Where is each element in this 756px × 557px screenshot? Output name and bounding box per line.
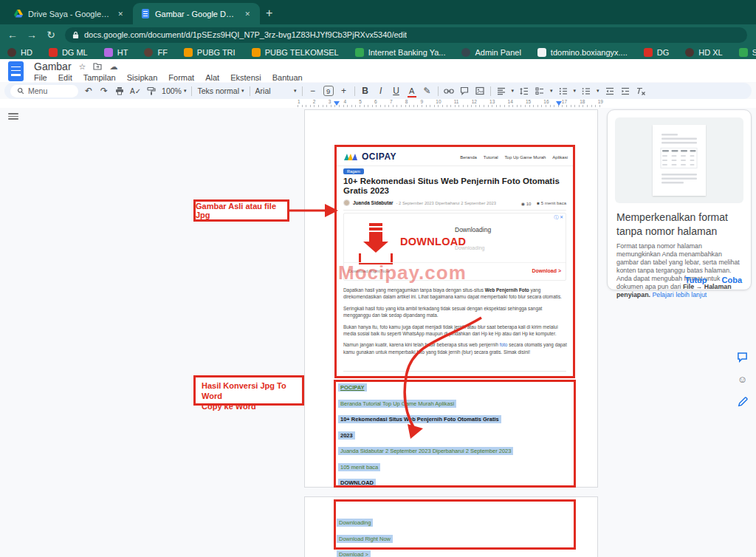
bookmark-item[interactable]: Suara Panggilan Bu... xyxy=(739,48,756,57)
forward-icon[interactable]: → xyxy=(22,29,41,41)
docs-favicon-icon xyxy=(140,9,150,18)
print-icon[interactable] xyxy=(114,84,125,98)
menu-item[interactable]: Sisipkan xyxy=(127,73,158,82)
try-button[interactable]: Coba xyxy=(722,276,743,284)
embedded-article-image[interactable]: OCIPAY BerandaTutorialTop Up Game MurahA… xyxy=(334,145,575,378)
browser-tab-strip: Drive Saya - Google Drive ✕ Gambar - Goo… xyxy=(0,0,756,24)
numbered-list-icon[interactable] xyxy=(581,84,591,98)
line-spacing-icon[interactable] xyxy=(519,84,529,98)
bookmark-item[interactable]: FF xyxy=(144,48,167,57)
browser-tab-drive[interactable]: Drive Saya - Google Drive ✕ xyxy=(6,3,133,24)
paint-format-icon[interactable] xyxy=(146,84,157,98)
emoji-reaction-icon[interactable]: ☺ xyxy=(735,372,749,386)
paragraph: Seringkali hasil foto yang kita ambil te… xyxy=(343,305,568,319)
move-folder-icon[interactable] xyxy=(93,63,102,70)
bookmark-favicon-icon xyxy=(252,48,261,57)
font-select[interactable]: Arial▾ xyxy=(255,86,297,95)
ad-title: Downloading xyxy=(455,226,491,233)
increase-indent-icon[interactable] xyxy=(620,84,630,98)
paragraph-style-select[interactable]: Teks normal▾ xyxy=(197,86,244,95)
menu-item[interactable]: Tampilan xyxy=(83,73,116,82)
checklist-caret-icon[interactable]: ▾ xyxy=(550,88,553,94)
star-icon[interactable]: ☆ xyxy=(79,62,86,72)
ruler[interactable]: 12345678910111213141516171819 xyxy=(0,99,756,108)
bookmark-item[interactable]: PUBG TELKOMSEL xyxy=(252,48,339,57)
checklist-icon[interactable] xyxy=(535,84,545,98)
browser-tab-docs[interactable]: Gambar - Google Dokumen ✕ xyxy=(133,3,260,24)
back-icon[interactable]: ← xyxy=(3,29,22,41)
tab-close-icon[interactable]: ✕ xyxy=(115,10,126,18)
dismiss-button[interactable]: Tutup xyxy=(685,276,707,284)
decrease-indent-icon[interactable] xyxy=(605,84,615,98)
drive-favicon-icon xyxy=(13,9,23,18)
new-tab-button[interactable]: + xyxy=(266,7,272,20)
cloud-status-icon[interactable]: ☁ xyxy=(109,62,117,72)
bookmark-item[interactable]: HD XL xyxy=(685,48,722,57)
menu-item[interactable]: File xyxy=(34,73,47,82)
suggest-edits-icon[interactable] xyxy=(735,394,749,409)
align-icon[interactable] xyxy=(496,84,506,98)
bookmark-item[interactable]: Admin Panel xyxy=(461,48,520,57)
menu-item[interactable]: Alat xyxy=(205,73,219,82)
article-logo-mark-icon xyxy=(343,153,361,161)
bookmark-item[interactable]: DG ML xyxy=(49,48,88,57)
left-indent-marker[interactable] xyxy=(334,101,340,106)
menu-item[interactable]: Bantuan xyxy=(272,73,303,82)
ad-footer-link: Download > xyxy=(532,268,561,273)
bookmark-favicon-icon xyxy=(537,48,546,57)
spellcheck-icon[interactable]: A✓ xyxy=(130,84,141,98)
right-indent-marker[interactable] xyxy=(556,101,562,106)
bulleted-list-caret-icon[interactable]: ▾ xyxy=(574,88,577,94)
font-size-field[interactable]: 9 xyxy=(323,86,334,96)
add-comment-icon[interactable] xyxy=(459,84,470,98)
insert-image-icon[interactable] xyxy=(475,84,485,98)
bold-button[interactable]: B xyxy=(360,84,371,98)
font-size-decrease-button[interactable]: − xyxy=(308,84,318,98)
converted-lines-page1: POCIPAYBeranda Tutorial Top Up Game Mura… xyxy=(338,383,571,485)
menu-item[interactable]: Format xyxy=(168,73,194,82)
bookmark-item[interactable]: HT xyxy=(104,48,128,57)
bookmark-item[interactable]: tdomino.boxiangyx.... xyxy=(537,48,628,57)
undo-icon[interactable]: ↶ xyxy=(83,84,94,98)
bookmark-item[interactable]: DG xyxy=(644,48,670,57)
document-title[interactable]: Gambar xyxy=(34,61,72,72)
italic-button[interactable]: I xyxy=(376,84,386,98)
bookmark-item[interactable]: Internet Banking Ya... xyxy=(355,48,446,57)
bookmark-item[interactable]: HD xyxy=(7,48,32,57)
url-bar[interactable]: docs.google.com/document/d/1pSEzs9HQI_N7… xyxy=(65,27,747,43)
clear-formatting-icon[interactable] xyxy=(636,84,646,98)
tab-close-icon[interactable]: ✕ xyxy=(242,10,252,18)
docs-logo-icon[interactable] xyxy=(8,61,24,81)
article-author-row: Juanda Sidabutar - 2 September 2023 Dipe… xyxy=(343,199,496,206)
redo-icon[interactable]: ↷ xyxy=(99,84,109,98)
bookmark-favicon-icon xyxy=(644,48,653,57)
converted-line: Downloading xyxy=(337,519,373,527)
insert-link-icon[interactable] xyxy=(444,84,454,98)
article-paragraphs: Dapatkan hasil yang mengagumkan tanpa bi… xyxy=(343,287,568,360)
learn-more-link[interactable]: Pelajari lebih lanjut xyxy=(652,291,707,298)
highlight-color-icon[interactable]: ✎ xyxy=(422,84,433,98)
add-comment-margin-icon[interactable] xyxy=(735,350,749,364)
align-caret-icon[interactable]: ▾ xyxy=(512,88,515,94)
font-size-increase-button[interactable]: + xyxy=(339,84,349,98)
converted-line: 2023 xyxy=(338,431,355,440)
toolbar-menu-search[interactable]: Menu xyxy=(10,85,78,98)
numbered-list-caret-icon[interactable]: ▾ xyxy=(597,88,599,94)
panel-body: Format tanpa nomor halaman memungkinkan … xyxy=(616,242,743,299)
document-outline-icon[interactable] xyxy=(8,112,18,120)
text-color-button[interactable]: A xyxy=(407,84,417,98)
underline-button[interactable]: U xyxy=(391,84,402,98)
bookmark-item[interactable]: PUBG TRI xyxy=(184,48,236,57)
bulleted-list-icon[interactable] xyxy=(558,84,568,98)
menu-item[interactable]: Ekstensi xyxy=(230,73,261,82)
screen: Drive Saya - Google Drive ✕ Gambar - Goo… xyxy=(0,0,756,557)
bookmark-favicon-icon xyxy=(104,48,113,57)
zoom-select[interactable]: 100%▾ xyxy=(162,86,186,95)
reload-icon[interactable]: ↻ xyxy=(41,29,61,41)
views-count: ◉ 10 xyxy=(521,201,532,206)
author-name: Juanda Sidabutar xyxy=(353,200,394,205)
bookmark-favicon-icon xyxy=(144,48,153,57)
menu-item[interactable]: Edit xyxy=(58,73,72,82)
ad-subtitle: Downloading xyxy=(455,245,484,250)
converted-lines-page2: DownloadingDownload Right NowDownload >D… xyxy=(337,519,574,557)
